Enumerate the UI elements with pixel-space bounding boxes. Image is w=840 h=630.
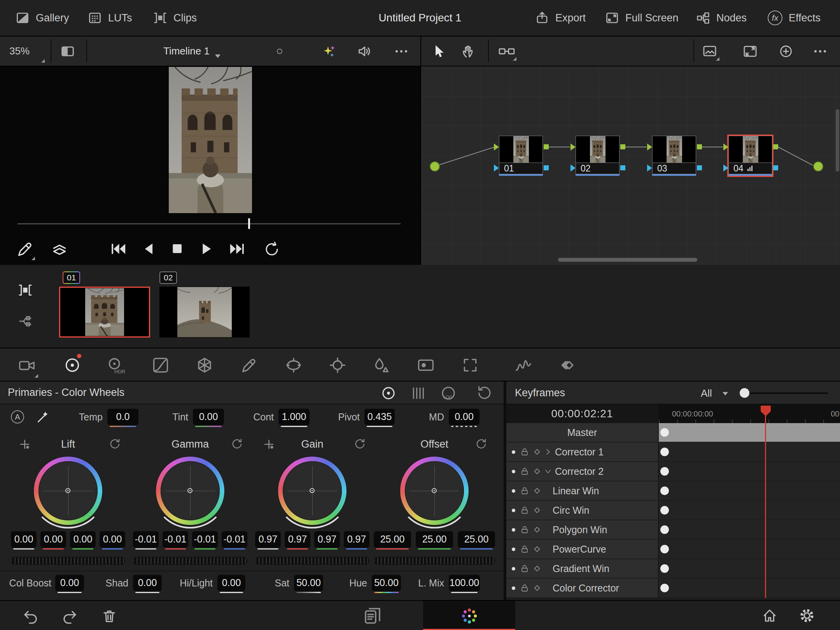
rgb-input-connector[interactable] — [494, 144, 499, 150]
row-label-cell[interactable]: Linear Win — [506, 481, 658, 500]
viewer-more-button[interactable] — [394, 48, 409, 54]
offset-master-slider[interactable] — [374, 557, 495, 565]
bypass-indicator[interactable] — [277, 49, 282, 54]
gamma-wheel[interactable] — [156, 457, 224, 525]
skip-start-button[interactable] — [110, 242, 127, 256]
color-wheels-tab-active[interactable] — [60, 348, 85, 382]
grab-still-button[interactable] — [17, 240, 34, 257]
node-vscrollbar[interactable] — [836, 109, 839, 172]
offset-r-value[interactable]: 25.00 — [374, 531, 411, 548]
home-button[interactable] — [761, 607, 778, 624]
undo-button[interactable] — [23, 608, 38, 624]
lock-icon[interactable] — [520, 447, 529, 457]
viewer-scrubber[interactable] — [18, 223, 401, 224]
gallery-button[interactable]: Gallery — [16, 0, 69, 36]
temp-value[interactable]: 0.0 — [107, 409, 138, 425]
node-more-button[interactable] — [812, 48, 828, 54]
rgb-output-connector[interactable] — [697, 144, 702, 149]
effects-button[interactable]: fx Effects — [768, 0, 821, 36]
playhead-line[interactable] — [765, 416, 766, 598]
enable-dot[interactable] — [512, 567, 515, 570]
lift-reset-button[interactable] — [109, 438, 121, 450]
gain-b-value[interactable]: 0.97 — [344, 531, 369, 548]
gain-reset-button[interactable] — [354, 438, 366, 450]
fit-view-button[interactable] — [742, 44, 758, 59]
clip-thumbnail-1-selected[interactable] — [59, 287, 150, 338]
keyframe-diamond-icon[interactable] — [533, 448, 541, 456]
clips-panel-toggle[interactable] — [18, 283, 33, 298]
lock-icon[interactable] — [520, 544, 529, 554]
enable-dot[interactable] — [512, 548, 515, 551]
lock-icon[interactable] — [520, 486, 529, 495]
lift-b-value[interactable]: 0.00 — [100, 531, 125, 548]
skip-end-button[interactable] — [229, 242, 246, 256]
row-label-cell[interactable]: Corrector 1 — [506, 443, 658, 461]
project-title[interactable]: Untitled Project 1 — [378, 0, 461, 36]
shad-value[interactable]: 0.00 — [133, 575, 162, 591]
node-hscrollbar[interactable] — [558, 258, 697, 262]
keyframes-filter[interactable]: All — [701, 387, 712, 399]
fullscreen-button[interactable]: Full Screen — [605, 0, 679, 36]
enable-dot[interactable] — [512, 450, 515, 454]
enable-dot[interactable] — [512, 586, 515, 590]
wheels-mode-button[interactable] — [381, 385, 396, 401]
play-button[interactable] — [199, 242, 214, 256]
gain-y-value[interactable]: 0.97 — [255, 531, 281, 548]
bars-mode-button[interactable] — [410, 385, 426, 401]
row-label-cell[interactable]: Color Corrector — [506, 579, 658, 597]
pointer-tool[interactable] — [431, 44, 446, 59]
clip-thumbnail-2[interactable] — [159, 287, 250, 338]
row-label-cell[interactable]: Master — [506, 423, 658, 442]
lift-wheel[interactable] — [34, 457, 102, 525]
output-node[interactable] — [813, 161, 823, 172]
corrector-node-4-selected[interactable]: 04 — [728, 136, 772, 176]
reset-grade-button[interactable] — [476, 385, 492, 401]
rgb-input-connector[interactable] — [647, 144, 652, 150]
row-label-cell[interactable]: Corrector 2 — [506, 462, 658, 481]
sizing-tab[interactable] — [458, 348, 483, 382]
corrector-node-1[interactable]: 01 — [499, 136, 543, 176]
row-label-cell[interactable]: Circ Win — [506, 501, 658, 520]
cut-page-tab[interactable] — [363, 607, 382, 625]
lift-g-value[interactable]: 0.00 — [70, 531, 96, 548]
blur-tab[interactable] — [369, 348, 394, 382]
enable-dot[interactable] — [512, 489, 515, 493]
gamma-y-value[interactable]: -0.01 — [133, 531, 159, 548]
pivot-value[interactable]: 0.435 — [364, 409, 395, 425]
key-input-connector[interactable] — [494, 164, 499, 172]
pan-tool[interactable] — [461, 44, 476, 59]
enable-dot[interactable] — [512, 509, 515, 512]
gain-r-value[interactable]: 0.97 — [285, 531, 310, 548]
rgb-input-connector[interactable] — [723, 144, 728, 150]
row-label-cell[interactable]: Gradient Win — [506, 559, 658, 578]
rgb-output-connector[interactable] — [544, 144, 549, 149]
keyframe-dot[interactable] — [660, 525, 669, 534]
add-node-tool[interactable] — [498, 44, 515, 59]
key-input-connector[interactable] — [570, 164, 576, 172]
source-input-node[interactable] — [430, 161, 440, 172]
keyframe-diamond-icon[interactable] — [533, 467, 541, 475]
key-output-connector[interactable] — [697, 165, 702, 170]
slider-knob[interactable] — [740, 388, 749, 398]
keyframe-ruler[interactable]: 00:00:00:00 00: — [658, 404, 840, 423]
offset-reset-button[interactable] — [476, 438, 487, 450]
keyframe-dot[interactable] — [660, 467, 669, 476]
row-label-cell[interactable]: Polygon Win — [506, 520, 658, 539]
hdr-grade-tab[interactable]: HDR — [103, 348, 128, 382]
rgb-output-connector[interactable] — [620, 144, 625, 149]
keyframe-diamond-icon[interactable] — [533, 526, 541, 534]
thumbnail-view-button[interactable] — [702, 44, 718, 59]
color-enhance-button[interactable] — [321, 44, 336, 59]
keyframe-dot[interactable] — [660, 564, 669, 573]
redo-button[interactable] — [62, 608, 77, 624]
gamma-b-value[interactable]: -0.01 — [222, 531, 247, 548]
md-value[interactable]: 0.00 — [449, 409, 480, 425]
compare-button[interactable] — [60, 44, 75, 59]
lift-r-value[interactable]: 0.00 — [40, 531, 66, 548]
export-button[interactable]: Export — [535, 0, 586, 36]
lock-icon[interactable] — [520, 506, 529, 515]
delete-button[interactable] — [102, 608, 117, 624]
contrast-value[interactable]: 1.000 — [278, 409, 310, 425]
keyframe-diamond-icon[interactable] — [533, 565, 541, 572]
add-still-button[interactable] — [778, 44, 794, 59]
